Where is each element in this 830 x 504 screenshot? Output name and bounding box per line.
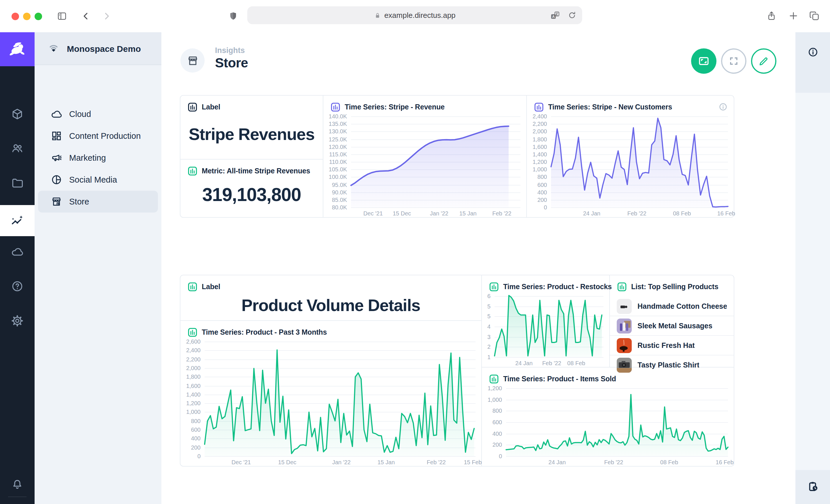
label-text: Product Volume Details: [181, 292, 481, 320]
panel-icon: [489, 374, 499, 383]
list-item[interactable]: Sleek Metal Sausages: [610, 316, 734, 335]
panel-info-icon[interactable]: [719, 103, 727, 111]
panel-icon: [489, 282, 499, 292]
sidebar-item-marketing[interactable]: Marketing: [35, 147, 161, 169]
sidebar-item-label: Content Production: [69, 131, 141, 140]
slideshow-icon: [697, 55, 710, 67]
pie-chart-icon: [51, 174, 62, 186]
activity-clipboard-icon[interactable]: [807, 480, 819, 493]
panel-header: Time Series: Stripe - Revenue: [345, 103, 445, 111]
help-module-icon[interactable]: [11, 280, 24, 293]
files-module-icon[interactable]: [11, 177, 24, 190]
panel-icon: [188, 103, 197, 112]
sidebar-item-label: Store: [69, 197, 89, 206]
panel-header: Time Series: Product - Past 3 Months: [202, 328, 327, 336]
list-item[interactable]: Rustic Fresh Hat: [610, 335, 734, 355]
fullscreen-button[interactable]: [721, 48, 746, 74]
dashboard-grid-icon: [51, 130, 62, 142]
panel-top-selling-products[interactable]: List: Top Selling Products Handmade Cott…: [610, 275, 734, 368]
sidebar-item-cloud[interactable]: Cloud: [35, 103, 161, 125]
product-name: Rustic Fresh Hat: [637, 341, 695, 349]
svg-text:A: A: [552, 14, 555, 19]
right-sidebar-rail: [795, 32, 830, 504]
breadcrumb[interactable]: Insights: [215, 46, 245, 55]
sidebar-item-label: Social Media: [69, 175, 117, 184]
sidebar-item-store[interactable]: Store: [35, 191, 161, 212]
panel-label-stripe-revenues[interactable]: Label Stripe Revenues: [181, 96, 323, 160]
directus-logo[interactable]: [0, 32, 35, 66]
product-list: Handmade Cotton Cheese Sleek Metal Sausa…: [610, 297, 734, 374]
browser-toolbar: example.directus.app A: [0, 0, 830, 33]
info-sidebar-icon[interactable]: [807, 47, 819, 58]
panel-icon: [617, 282, 627, 292]
pencil-icon: [758, 55, 769, 67]
url-text: example.directus.app: [384, 11, 455, 20]
tab-overview-icon[interactable]: [809, 10, 820, 22]
share-icon[interactable]: [766, 10, 777, 22]
items-sold-chart: 1,2001,0008006004002000 24 JanFeb '2208 …: [485, 388, 728, 466]
close-window-button[interactable]: [11, 12, 19, 20]
panel-label-product-volume[interactable]: Label Product Volume Details: [181, 275, 482, 321]
privacy-shield-icon[interactable]: [228, 10, 238, 22]
panel-metric-stripe[interactable]: Metric: All-time Stripe Revenues 319,103…: [181, 160, 323, 217]
main-content: Insights Store Label Stripe Revenues Met…: [161, 32, 795, 504]
rabbit-logo-icon: [7, 39, 27, 59]
forward-button[interactable]: [101, 11, 112, 21]
sidebar-item-label: Marketing: [69, 153, 106, 162]
panel-items-sold-chart[interactable]: Time Series: Product - Items Sold 1,2001…: [482, 368, 734, 466]
list-item[interactable]: Handmade Cotton Cheese: [610, 297, 734, 316]
slideshow-button[interactable]: [691, 48, 716, 74]
storefront-icon: [187, 55, 198, 67]
users-module-icon[interactable]: [11, 142, 24, 155]
settings-module-icon[interactable]: [11, 314, 24, 327]
address-bar[interactable]: example.directus.app A: [247, 6, 582, 24]
project-status-icon: [47, 42, 60, 55]
panel-new-customers-chart[interactable]: Time Series: Stripe - New Customers 2,40…: [527, 96, 734, 217]
content-module-icon[interactable]: [11, 108, 24, 121]
product-name: Handmade Cotton Cheese: [637, 302, 727, 310]
reload-icon[interactable]: [568, 11, 576, 20]
panel-icon: [188, 166, 197, 176]
translate-icon[interactable]: A: [549, 10, 561, 21]
minimize-window-button[interactable]: [23, 12, 31, 20]
panel-restocks-chart[interactable]: Time Series: Product - Restocks 6554321 …: [482, 275, 610, 368]
storefront-icon: [51, 196, 62, 207]
megaphone-icon: [51, 152, 62, 164]
project-name: Monospace Demo: [67, 43, 141, 53]
panel-past-3-months-chart[interactable]: Time Series: Product - Past 3 Months 2,6…: [181, 321, 482, 466]
panel-header: List: Top Selling Products: [631, 283, 719, 291]
panel-stripe-revenue-chart[interactable]: Time Series: Stripe - Revenue 140.0K135.…: [323, 96, 527, 217]
panel-header: Metric: All-time Stripe Revenues: [202, 167, 310, 175]
zoom-window-button[interactable]: [35, 12, 42, 20]
insights-icon: [10, 214, 24, 228]
new-tab-icon[interactable]: [788, 10, 799, 22]
panel-header: Label: [202, 103, 220, 111]
sidebar-item-content-production[interactable]: Content Production: [35, 125, 161, 147]
project-switcher[interactable]: Monospace Demo: [35, 32, 161, 65]
product-thumbnail: [617, 318, 632, 333]
application-window: example.directus.app A: [0, 0, 830, 504]
page-icon-badge: [181, 48, 204, 73]
product-name: Sleek Metal Sausages: [637, 322, 712, 330]
navigation-sidebar: Monospace Demo Cloud Content Production …: [35, 32, 162, 504]
panel-icon: [534, 103, 544, 112]
back-button[interactable]: [81, 11, 91, 21]
panel-header: Time Series: Product - Items Sold: [503, 375, 616, 383]
metric-value: 319,103,800: [181, 176, 323, 217]
panel-icon: [188, 282, 197, 292]
insights-module-active[interactable]: [0, 205, 35, 236]
module-bar-divider: [8, 497, 27, 497]
panel-group-product: Label Product Volume Details Time Series…: [180, 275, 734, 467]
past-3-months-chart: 2,6002,4002,2002,0001,8001,6001,4001,200…: [184, 342, 476, 466]
notifications-icon[interactable]: [11, 478, 24, 491]
sidebar-item-social-media[interactable]: Social Media: [35, 169, 161, 191]
module-bar: [0, 32, 35, 504]
product-thumbnail: [617, 299, 632, 314]
sidebar-toggle-icon[interactable]: [57, 11, 67, 21]
page-title: Store: [215, 55, 248, 71]
edit-dashboard-button[interactable]: [751, 48, 776, 74]
cloud-module-icon[interactable]: [11, 245, 24, 258]
panel-header: Time Series: Stripe - New Customers: [548, 103, 672, 111]
panel-header: Time Series: Product - Restocks: [503, 283, 612, 291]
product-thumbnail: [617, 338, 632, 353]
